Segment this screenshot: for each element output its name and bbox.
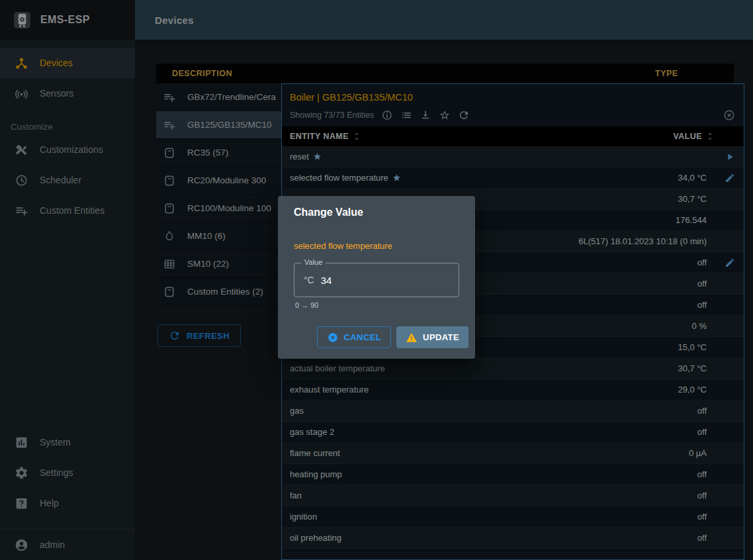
cancel-button-label: CANCEL (344, 332, 382, 342)
update-button-label: UPDATE (423, 332, 459, 342)
dialog-entity-label: selected flow temperature (294, 241, 459, 251)
update-button[interactable]: UPDATE (396, 326, 468, 348)
warning-triangle-icon (406, 332, 418, 344)
value-field-label: Value (301, 258, 326, 266)
value-input[interactable] (321, 275, 400, 286)
dialog-actions: CANCEL UPDATE (285, 326, 468, 348)
unit-prefix: °C (304, 275, 314, 285)
value-range-helper: 0 → 90 (295, 301, 458, 309)
dialog-title: Change Value (278, 196, 475, 218)
value-field[interactable]: Value °C (294, 263, 459, 297)
app-root: Devices EMS-ESP Devices Sensors Customiz… (0, 0, 753, 560)
cancel-button[interactable]: CANCEL (317, 326, 392, 348)
cancel-circle-icon (327, 332, 339, 344)
change-value-dialog: Change Value selected flow temperature V… (278, 196, 475, 359)
